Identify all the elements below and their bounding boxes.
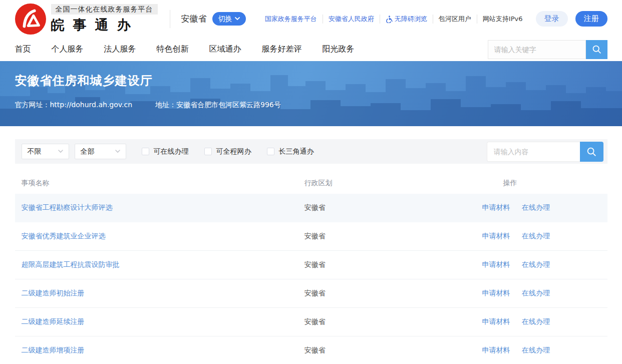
service-item-region: 安徽省 xyxy=(304,232,326,240)
service-item-link[interactable]: 安徽省工程勘察设计大师评选 xyxy=(22,203,113,211)
header-links: 国家政务服务平台 安徽省人民政府 无障碍浏览 包河区用户 网站支持IPv6 登录… xyxy=(259,11,607,27)
link-accessibility[interactable]: 无障碍浏览 xyxy=(380,15,433,24)
filter-search-input[interactable] xyxy=(487,142,580,162)
region-switch-label: 切换 xyxy=(218,15,232,24)
checkbox-label: 长三角通办 xyxy=(279,147,314,156)
nav-search xyxy=(488,40,607,59)
handle-online-link[interactable]: 在线办理 xyxy=(522,232,550,240)
nav-item-legal-entity-services[interactable]: 法人服务 xyxy=(104,44,136,55)
checkbox-label: 可在线办理 xyxy=(154,147,189,156)
region-switch-button[interactable]: 切换 xyxy=(212,12,246,26)
service-item-region: 安徽省 xyxy=(304,317,326,325)
nav-search-input[interactable] xyxy=(488,40,586,59)
checkbox-full-online[interactable]: 可全程网办 xyxy=(204,147,251,156)
register-button[interactable]: 注册 xyxy=(575,11,607,27)
application-materials-link[interactable]: 申请材料 xyxy=(482,317,510,325)
service-item-region: 安徽省 xyxy=(304,203,326,211)
department-banner: 安徽省住房和城乡建设厅 官方网址：http://dohurd.ah.gov.cn… xyxy=(0,61,622,126)
filter-search-button[interactable] xyxy=(580,142,603,162)
service-item-region: 安徽省 xyxy=(304,346,326,354)
main-nav: 首页 个人服务 法人服务 特色创新 区域通办 服务好差评 阳光政务 xyxy=(0,38,622,61)
category-dropdown[interactable]: 全部 xyxy=(75,144,126,159)
service-item-region: 安徽省 xyxy=(304,260,326,268)
nav-item-personal-services[interactable]: 个人服务 xyxy=(52,44,84,55)
handle-online-link[interactable]: 在线办理 xyxy=(522,260,550,268)
service-item-link[interactable]: 二级建造师增项注册 xyxy=(22,346,85,354)
link-district-user[interactable]: 包河区用户 xyxy=(433,15,477,24)
handle-online-link[interactable]: 在线办理 xyxy=(522,346,550,354)
service-item-link[interactable]: 安徽省优秀建筑业企业评选 xyxy=(22,232,106,240)
header-divider xyxy=(170,10,170,28)
link-national-platform[interactable]: 国家政务服务平台 xyxy=(259,15,323,24)
service-item-link[interactable]: 二级建造师初始注册 xyxy=(22,289,85,297)
column-header-action: 操作 xyxy=(482,179,607,188)
top-header: 全国一体化在线政务服务平台 皖事通办 安徽省 切换 国家政务服务平台 安徽省人民… xyxy=(0,0,622,38)
application-materials-link[interactable]: 申请材料 xyxy=(482,346,510,354)
nav-item-transparent-government[interactable]: 阳光政务 xyxy=(323,44,355,55)
wheelchair-icon xyxy=(386,15,393,23)
login-button[interactable]: 登录 xyxy=(536,11,568,27)
department-address: 地址：安徽省合肥市包河区紫云路996号 xyxy=(155,101,281,110)
search-icon xyxy=(591,44,602,55)
platform-badge: 全国一体化在线政务服务平台 xyxy=(51,4,158,15)
nav-item-service-rating[interactable]: 服务好差评 xyxy=(262,44,302,55)
department-title: 安徽省住房和城乡建设厅 xyxy=(15,73,607,89)
table-row: 二级建造师初始注册 安徽省 申请材料 在线办理 xyxy=(15,279,607,308)
site-name: 皖事通办 xyxy=(51,16,158,34)
checkbox-yangtze-delta[interactable]: 长三角通办 xyxy=(267,147,314,156)
application-materials-link[interactable]: 申请材料 xyxy=(482,232,510,240)
service-item-region: 安徽省 xyxy=(304,289,326,297)
chevron-down-icon xyxy=(115,150,120,153)
table-row: 安徽省优秀建筑业企业评选 安徽省 申请材料 在线办理 xyxy=(15,222,607,251)
service-item-link[interactable]: 二级建造师延续注册 xyxy=(22,317,85,325)
current-region-label: 安徽省 xyxy=(181,13,207,25)
service-item-link[interactable]: 超限高层建筑工程抗震设防审批 xyxy=(22,260,120,268)
chevron-down-icon xyxy=(58,150,63,153)
checkbox-box[interactable] xyxy=(204,148,212,155)
application-materials-link[interactable]: 申请材料 xyxy=(482,260,510,268)
checkbox-box[interactable] xyxy=(267,148,274,155)
table-row: 安徽省工程勘察设计大师评选 安徽省 申请材料 在线办理 xyxy=(15,194,607,222)
main-content: 不限 全部 可在线办理 可全程网办 长三角通办 xyxy=(15,139,607,364)
department-website: 官方网址：http://dohurd.ah.gov.cn xyxy=(15,101,133,110)
table-row: 超限高层建筑工程抗震设防审批 安徽省 申请材料 在线办理 xyxy=(15,251,607,279)
nav-search-button[interactable] xyxy=(586,40,607,59)
column-header-region: 行政区划 xyxy=(304,179,482,188)
link-provincial-government[interactable]: 安徽省人民政府 xyxy=(323,15,380,24)
brand-block: 全国一体化在线政务服务平台 皖事通办 xyxy=(51,4,158,34)
application-materials-link[interactable]: 申请材料 xyxy=(482,289,510,297)
handle-online-link[interactable]: 在线办理 xyxy=(522,317,550,325)
link-ipv6-support[interactable]: 网站支持IPv6 xyxy=(477,15,528,24)
checkbox-label: 可全程网办 xyxy=(216,147,251,156)
filter-bar: 不限 全部 可在线办理 可全程网办 长三角通办 xyxy=(15,139,607,164)
column-header-item-name: 事项名称 xyxy=(15,179,304,188)
nav-item-featured-innovation[interactable]: 特色创新 xyxy=(157,44,189,55)
chevron-down-icon xyxy=(235,17,240,21)
application-materials-link[interactable]: 申请材料 xyxy=(482,203,510,211)
handle-online-link[interactable]: 在线办理 xyxy=(522,203,550,211)
table-row: 二级建造师延续注册 安徽省 申请材料 在线办理 xyxy=(15,308,607,336)
category-selected: 全部 xyxy=(81,147,95,156)
table-row: 二级建造师增项注册 安徽省 申请材料 在线办理 xyxy=(15,336,607,364)
nav-item-regional-services[interactable]: 区域通办 xyxy=(209,44,241,55)
checkbox-box[interactable] xyxy=(142,148,149,155)
site-logo-icon xyxy=(15,4,46,35)
nav-item-home[interactable]: 首页 xyxy=(15,44,31,55)
table-header-row: 事项名称 行政区划 操作 xyxy=(15,173,607,194)
handle-online-link[interactable]: 在线办理 xyxy=(522,289,550,297)
region-scope-selected: 不限 xyxy=(28,147,42,156)
link-accessibility-label: 无障碍浏览 xyxy=(395,15,427,24)
services-table: 事项名称 行政区划 操作 安徽省工程勘察设计大师评选 安徽省 申请材料 在线办理… xyxy=(15,173,607,364)
filter-search xyxy=(487,142,603,162)
region-scope-dropdown[interactable]: 不限 xyxy=(22,144,69,159)
checkbox-online-handling[interactable]: 可在线办理 xyxy=(142,147,189,156)
search-icon xyxy=(586,146,597,157)
